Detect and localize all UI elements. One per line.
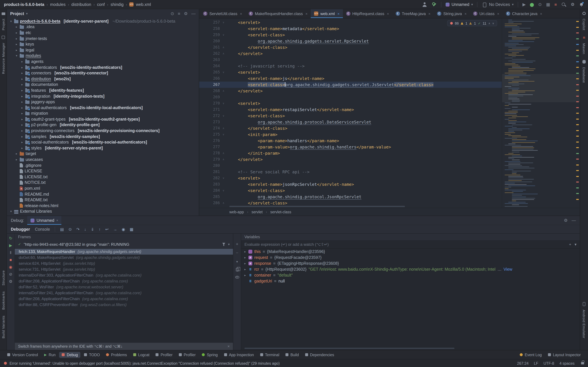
fold-marker-icon[interactable]: ∧ (222, 200, 225, 206)
tree-item[interactable]: ▸connectors[wso2is-identity-connector] (7, 70, 199, 76)
show-watches-icon[interactable] (235, 276, 239, 279)
chevron-down-icon[interactable]: ▾ (26, 11, 28, 17)
tool-window-button-spring[interactable]: Spring (199, 352, 221, 358)
run-button[interactable]: ▶ (523, 2, 526, 7)
close-tab-icon[interactable]: × (387, 12, 389, 16)
code-line[interactable]: 261∧ </servlet-class> (199, 44, 502, 50)
build-tools-icon[interactable] (432, 2, 437, 7)
tree-item[interactable]: LICENSE.txt (7, 174, 199, 180)
variable-row[interactable]: ▸≡rcr={HttpRequest@23602}"GET /\n\nHost:… (241, 267, 580, 272)
code-editor[interactable]: 257∨ <servlet>258 <servlet-name>metadata… (199, 18, 502, 208)
code-line[interactable]: 281 <!-- Serve social RPC api --> (199, 169, 502, 175)
tree-chevron-icon[interactable]: ▸ (21, 106, 24, 109)
tree-item[interactable]: .gitignore (7, 163, 199, 168)
run-config-selector[interactable]: Unnamed ▾ (446, 2, 473, 7)
file-encoding[interactable]: UTF-8 (544, 361, 554, 365)
notifications-icon[interactable] (579, 2, 584, 7)
expand-chevron-icon[interactable]: ▸ (244, 262, 246, 265)
tree-chevron-icon[interactable]: ▸ (15, 31, 18, 34)
step-into-icon[interactable]: ↓ (84, 227, 86, 232)
code-line[interactable]: 263 (199, 57, 502, 63)
tool-window-button-debug[interactable]: Debug (59, 352, 81, 358)
tree-item[interactable]: ▾External Libraries (7, 209, 199, 214)
minimap[interactable] (502, 18, 580, 208)
tree-chevron-icon[interactable]: ▾ (15, 54, 18, 58)
tree-chevron-icon[interactable]: ▸ (21, 89, 24, 92)
tree-item[interactable]: ▸jaggery-apps (7, 99, 199, 105)
code-line[interactable]: 278∧ </init-param> (199, 150, 502, 156)
panel-settings-icon[interactable]: ⚙ (564, 218, 568, 223)
fold-marker-icon[interactable]: ∧ (222, 150, 225, 156)
line-ending[interactable]: LF (534, 361, 538, 365)
tree-item[interactable]: ▸oauth2-grant-types[wso2is-identity-oaut… (7, 116, 199, 122)
tree-item[interactable]: mpom.xml (7, 185, 199, 191)
collapse-all-icon[interactable]: ≡ (178, 11, 180, 17)
fold-marker-icon[interactable]: ∨ (222, 19, 225, 25)
code-line[interactable]: 273 org.apache.shindig.protocol.DataServ… (199, 119, 502, 125)
view-breakpoints-icon[interactable]: ◉ (9, 265, 12, 269)
code-line[interactable]: 258 <servlet-name>metadata</servlet-name… (199, 25, 502, 32)
tree-chevron-icon[interactable]: ▸ (21, 77, 24, 80)
breadcrumb-item[interactable]: distribution (71, 2, 91, 7)
tree-item[interactable]: ▸keys (7, 42, 199, 47)
tree-item[interactable]: README.md (7, 191, 199, 197)
code-line[interactable]: 259∨ <servlet-class> (199, 32, 502, 38)
breadcrumb-item[interactable]: servlet-class (270, 210, 291, 214)
tool-window-button-logcat[interactable]: Logcat (130, 352, 152, 358)
breadcrumb-item[interactable]: modules (50, 2, 66, 7)
code-line[interactable]: 272∨ <servlet-class> (199, 113, 502, 119)
tree-chevron-icon[interactable]: ▸ (15, 49, 18, 52)
breadcrumb-item[interactable]: conf (97, 2, 105, 7)
tree-item[interactable]: ▸samples[wso2is-identity-samples] (7, 134, 199, 139)
tree-chevron-icon[interactable]: ▸ (21, 129, 24, 132)
tree-chevron-icon[interactable]: ▸ (21, 83, 24, 86)
chevron-down-icon[interactable]: ▾ (575, 242, 577, 247)
code-line[interactable]: 275∨ <init-param> (199, 131, 502, 138)
tree-chevron-icon[interactable]: ▸ (21, 146, 24, 150)
rerun-debugger-icon[interactable]: ↻ (9, 236, 12, 240)
tool-window-button-terminal[interactable]: Terminal (257, 352, 282, 358)
close-tab-icon[interactable]: × (540, 12, 542, 16)
fold-marker-icon[interactable]: ∨ (222, 32, 225, 38)
stripe-item-maven[interactable]: Maven (582, 43, 586, 54)
indent-style[interactable]: 4 spaces (560, 361, 575, 365)
expand-chevron-icon[interactable]: ▸ (244, 268, 246, 271)
code-line[interactable]: 277 <param-value>org.apache.shindig.hand… (199, 144, 502, 150)
thread-selector[interactable]: ✓ "http-nio-9443-exec-48"@23,582 in grou… (15, 240, 233, 249)
fold-marker-icon[interactable]: ∨ (222, 131, 225, 138)
variable-row[interactable]: ≡gadgetUri=null (241, 278, 580, 284)
code-line[interactable]: 285 org.apache.shindig.protocol.JsonRpcS… (199, 194, 502, 200)
show-exec-icon[interactable]: ⊙ (69, 227, 72, 232)
settings-icon[interactable]: ⚙ (571, 2, 575, 7)
code-line[interactable]: 280 (199, 163, 502, 169)
tool-window-button-event-log[interactable]: Event Log (517, 352, 544, 358)
tree-chevron-icon[interactable]: ▸ (21, 112, 24, 115)
fold-marker-icon[interactable]: ∧ (222, 50, 225, 57)
editor-tab[interactable]: CTreeMap.java× (392, 9, 434, 18)
tree-item[interactable]: ▸styles[identity-server-styles-parent] (7, 145, 199, 151)
tree-chevron-icon[interactable]: ▸ (21, 60, 24, 63)
close-tab-icon[interactable]: × (465, 12, 467, 16)
code-line[interactable]: 268∧ </servlet> (199, 88, 502, 94)
frame-row[interactable]: doFilter:88, CSRFPreventionFilter (org.w… (15, 302, 233, 308)
editor-tab[interactable]: CUri.class× (470, 9, 502, 18)
tree-item[interactable]: ▸usecases (7, 157, 199, 163)
view-breakpoints-icon[interactable]: ◉ (122, 227, 125, 232)
code-line[interactable]: 260 org.apache.shindig.gadgets.servlet.R… (199, 38, 502, 44)
breadcrumb-item[interactable]: web-app (229, 210, 244, 214)
breadcrumb-item[interactable]: servlet (251, 210, 263, 214)
tree-item[interactable]: LICENSE (7, 168, 199, 174)
code-line[interactable]: 269 (199, 94, 502, 100)
close-tab-icon[interactable]: × (305, 12, 308, 16)
tree-chevron-icon[interactable]: ▸ (21, 100, 24, 104)
variable-row[interactable]: ▸≡container="default" (241, 272, 580, 278)
project-panel-title[interactable]: Project (10, 11, 24, 16)
tree-item[interactable]: release-notes.html (7, 203, 199, 209)
editor-tab[interactable]: CString.java× (434, 9, 470, 18)
editor-tab[interactable]: CMakeRequestHandler.class× (245, 9, 311, 18)
tool-window-button-dependencies[interactable]: Dependencies (302, 352, 337, 358)
tool-window-button-vcs[interactable]: Version Control (5, 352, 41, 358)
inspections-widget[interactable]: 86 1 1 ✓ 11 ∧ ∨ (447, 20, 497, 26)
tool-window-button-problems[interactable]: Problems (104, 352, 130, 358)
expand-chevron-icon[interactable]: ▸ (244, 274, 246, 277)
